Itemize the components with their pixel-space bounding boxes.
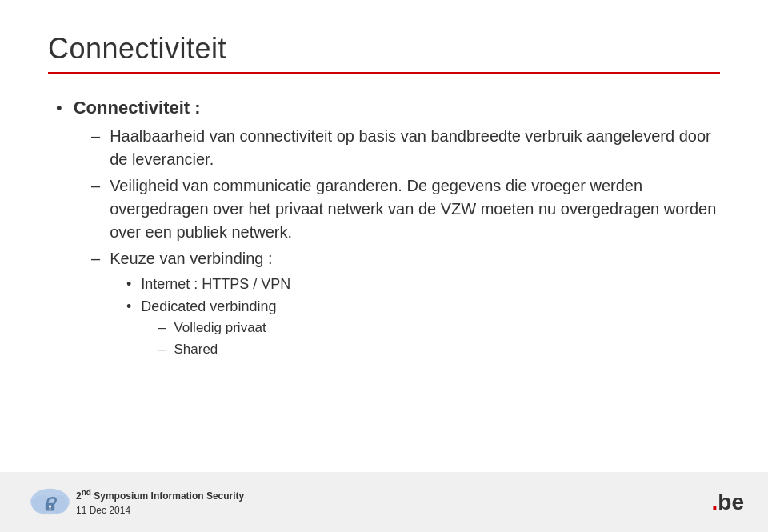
footer-be-logo: .be	[704, 490, 744, 514]
sub-bullets-list: – Haalbaarheid van connectiviteit op bas…	[56, 125, 720, 359]
slide-container: Connectiviteit • Connectiviteit : – Haal…	[0, 0, 768, 532]
internet-text: Internet : HTTPS / VPN	[141, 274, 290, 294]
shared-bullet: – Shared	[158, 340, 720, 360]
sub-bullet-text-2: Veiligheid van communicatie garanderen. …	[110, 174, 720, 244]
shared-dash: –	[158, 340, 166, 360]
footer-date: 11 Dec 2014	[76, 503, 704, 518]
footer-text-block: 2nd Symposium Information Security 11 De…	[76, 486, 704, 518]
internet-bullet: • Internet : HTTPS / VPN	[126, 274, 720, 294]
shared-text: Shared	[174, 340, 218, 360]
sub-bullet-text-3: Keuze van verbinding :	[110, 247, 272, 270]
main-bullet: • Connectiviteit :	[56, 96, 720, 120]
be-dot: .	[712, 490, 718, 514]
sub-bullet-2: – Veiligheid van communicatie garanderen…	[91, 174, 720, 244]
slide-title: Connectiviteit	[48, 32, 720, 66]
main-bullet-text: Connectiviteit :	[74, 96, 201, 120]
be-domain-text: .be	[712, 490, 744, 515]
dash-icon-2: –	[91, 174, 100, 198]
svg-rect-5	[50, 507, 51, 510]
main-bullet-dot: •	[56, 98, 62, 118]
footer: 2nd Symposium Information Security 11 De…	[0, 472, 768, 532]
footer-superscript: nd	[82, 488, 91, 497]
keuze-children: • Internet : HTTPS / VPN • Dedicated ver…	[91, 274, 720, 359]
sub-bullet-1: – Haalbaarheid van connectiviteit op bas…	[91, 125, 720, 171]
dash-icon-3: –	[91, 247, 100, 270]
dedicated-dot: •	[126, 296, 131, 317]
title-section: Connectiviteit	[48, 32, 720, 74]
dash-icon-1: –	[91, 125, 100, 148]
volledig-text: Volledig privaat	[174, 318, 266, 338]
sub-bullet-3: – Keuze van verbinding :	[91, 247, 720, 270]
sub-bullet-text-1: Haalbaarheid van connectiviteit op basis…	[110, 125, 720, 171]
title-divider	[48, 72, 720, 74]
dedicated-children: – Volledig privaat – Shared	[126, 318, 720, 359]
cloud-security-icon	[24, 480, 76, 524]
volledig-bullet: – Volledig privaat	[158, 318, 720, 338]
volledig-dash: –	[158, 318, 166, 338]
content-section: • Connectiviteit : – Haalbaarheid van co…	[48, 96, 720, 359]
footer-symposium: 2nd Symposium Information Security	[76, 486, 704, 503]
dedicated-text: Dedicated verbinding	[141, 296, 276, 317]
internet-dot: •	[126, 274, 131, 294]
dedicated-bullet: • Dedicated verbinding	[126, 296, 720, 317]
